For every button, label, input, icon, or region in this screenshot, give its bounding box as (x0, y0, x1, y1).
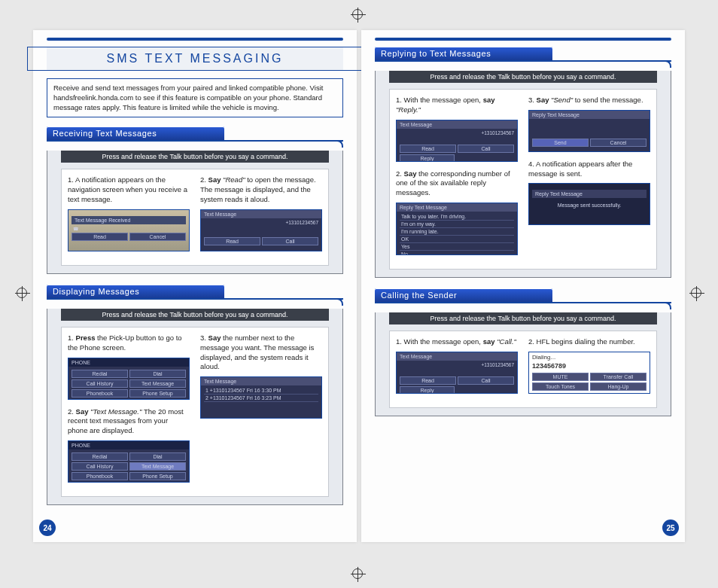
calling-step-2: 2. HFL begins dialing the number. (528, 337, 650, 347)
receiving-step-2: 2. Say "Read" to open the message. The m… (200, 175, 322, 204)
page-right: Replying to Text Messages Press and rele… (361, 30, 685, 542)
screenshot-reply-sent: Reply Text Message Message sent successf… (528, 183, 650, 225)
calling-step-1: 1. With the message open, say "Call." (396, 337, 518, 347)
list-item: OK (400, 236, 514, 243)
shot-title: Text Message (397, 120, 517, 129)
shot-number: +13101234567 (400, 130, 514, 136)
screenshot-call-open: Text Message +13101234567 Read Call Repl… (396, 352, 518, 394)
registration-mark-top (352, 9, 363, 20)
registration-mark-bottom (352, 568, 363, 579)
shot-title: Text Message (201, 210, 321, 218)
talk-banner: Press and release the Talk button before… (389, 312, 657, 324)
section-rule (47, 298, 343, 300)
section-rule (47, 140, 343, 142)
screenshot-reply-send: Reply Text Message Send Cancel (528, 110, 650, 152)
shot-cancel-button: Cancel (129, 233, 186, 241)
list-item: I'm running late. (400, 228, 514, 236)
replying-step-4: 4. A notification appears after the mess… (528, 160, 650, 179)
section-rule (375, 302, 671, 303)
shot-call-button: Call (262, 237, 318, 245)
shot-title: Reply Text Message (397, 203, 517, 212)
shot-title: Dialing... (532, 354, 647, 361)
list-item: Talk to you later. I'm driving. (400, 213, 514, 221)
displaying-step-1: 1. Press the Pick-Up button to go to the… (68, 334, 190, 353)
shot-read-button: Read (204, 237, 260, 245)
screenshot-dialing: Dialing... 123456789 MUTE Transfer Call … (528, 352, 650, 394)
receiving-step-1: 1. A notification appears on the navigat… (68, 175, 190, 204)
screenshot-receive-open: Text Message +13101234567 Read Call (200, 209, 322, 251)
talk-banner: Press and release the Talk button before… (389, 71, 657, 83)
list-item: 2 +13101234567 Fri 16 3:23 PM (204, 395, 318, 402)
shot-message: Message sent successfully. (532, 203, 647, 208)
list-item: Yes (400, 243, 514, 251)
shot-title: PHONE (68, 441, 189, 449)
shot-read-button: Read (71, 233, 128, 241)
page-number-right: 25 (662, 519, 679, 536)
list-item: I'm on my way. (400, 221, 514, 228)
screenshot-receive-notify: Text Message Received ☎ Read Cancel (68, 209, 190, 251)
screenshot-reply-list: Reply Text Message Talk to you later. I'… (396, 203, 518, 255)
panel-replying: Press and release the Talk button before… (375, 71, 671, 278)
section-header-receiving: Receiving Text Messages (47, 126, 224, 141)
shot-title: Reply Text Message (529, 111, 650, 119)
intro-text: Receive and send text messages from your… (47, 78, 343, 117)
section-header-calling: Calling the Sender (375, 288, 552, 303)
shot-title: PHONE (68, 358, 189, 367)
shot-number: +13101234567 (400, 362, 514, 367)
displaying-step-2: 2. Say "Text Message." The 20 most recen… (68, 407, 190, 436)
screenshot-phone-1: PHONE RedialDial Call HistoryText Messag… (68, 358, 190, 400)
section-header-replying: Replying to Text Messages (375, 47, 552, 61)
panel-calling: Press and release the Talk button before… (375, 312, 671, 416)
registration-mark-right (691, 288, 701, 298)
main-title-box: SMS TEXT MESSAGING (47, 47, 343, 71)
main-title: SMS TEXT MESSAGING (47, 52, 343, 66)
screenshot-phone-2: PHONE RedialDial Call HistoryText Messag… (68, 440, 190, 483)
shot-title: Text Message (397, 352, 517, 361)
shot-title: Text Message (201, 377, 321, 385)
panel-receiving: Press and release the Talk button before… (47, 151, 343, 273)
screenshot-reply-open: Text Message +13101234567 Read Call Repl… (396, 120, 518, 162)
top-rule (375, 38, 671, 41)
displaying-step-3: 3. Say the number next to the message yo… (200, 334, 322, 372)
talk-banner: Press and release the Talk button before… (61, 151, 329, 163)
section-header-displaying: Displaying Messages (47, 285, 224, 299)
shot-title: Text Message Received (71, 216, 186, 224)
panel-displaying: Press and release the Talk button before… (47, 309, 343, 505)
list-item: 1 +13101234567 Fri 16 3:30 PM (204, 387, 318, 395)
section-rule (375, 60, 671, 62)
list-item: No (400, 251, 514, 255)
page-number-left: 24 (39, 519, 56, 536)
replying-step-2: 2. Say the corresponding number of one o… (396, 169, 518, 198)
replying-step-3: 3. Say "Send" to send the message. (528, 96, 650, 105)
screenshot-text-list: Text Message 1 +13101234567 Fri 16 3:30 … (200, 376, 322, 419)
page-left: SMS TEXT MESSAGING Receive and send text… (33, 30, 357, 542)
top-rule (47, 38, 343, 41)
talk-banner: Press and release the Talk button before… (61, 309, 329, 321)
replying-step-1: 1. With the message open, say "Reply." (396, 96, 518, 115)
shot-title: Reply Text Message (532, 190, 647, 198)
shot-number: +13101234567 (204, 220, 318, 225)
shot-number: 123456789 (532, 362, 647, 370)
registration-mark-left (17, 288, 27, 298)
